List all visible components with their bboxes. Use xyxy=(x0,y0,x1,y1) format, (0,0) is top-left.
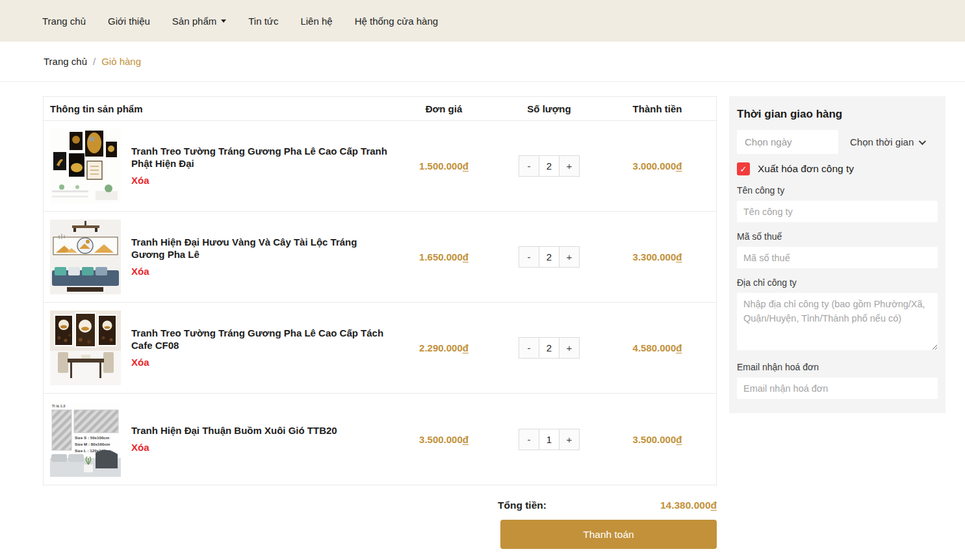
breadcrumb-separator: / xyxy=(93,56,96,67)
quantity-decrease-button[interactable]: - xyxy=(519,156,539,176)
svg-text:Tỉ lệ 1:2: Tỉ lệ 1:2 xyxy=(52,404,65,408)
quantity-stepper: - 1 + xyxy=(519,429,580,450)
header-product: Thông tin sản phẩm xyxy=(44,103,388,114)
cart-table: Thông tin sản phẩm Đơn giá Số lượng Thàn… xyxy=(43,96,717,485)
header-quantity: Số lượng xyxy=(500,103,598,114)
delete-item-link[interactable]: Xóa xyxy=(131,266,149,277)
company-address-textarea[interactable] xyxy=(737,293,938,350)
cart-row: Tỉ lệ 1:2 Size S : 50x100cm Size M : 80x… xyxy=(44,394,716,485)
nav-item-contact[interactable]: Liên hệ xyxy=(300,16,332,27)
quantity-increase-button[interactable]: + xyxy=(560,247,579,267)
unit-price: 1.650.000đ xyxy=(388,251,500,262)
line-total: 3.500.000đ xyxy=(598,434,716,445)
dong-symbol: đ xyxy=(676,160,682,172)
nav-item-store-system[interactable]: Hệ thống cửa hàng xyxy=(355,16,438,27)
cart-row: Tranh Treo Tường Tráng Gương Pha Lê Cao … xyxy=(44,121,716,212)
quantity-decrease-button[interactable]: - xyxy=(519,247,539,267)
tax-code-label: Mã số thuế xyxy=(737,231,938,242)
dong-symbol: đ xyxy=(711,500,717,511)
dong-symbol: đ xyxy=(676,434,682,445)
nav-item-about[interactable]: Giới thiệu xyxy=(108,16,150,27)
delivery-title: Thời gian giao hàng xyxy=(737,108,938,121)
header-total: Thành tiền xyxy=(598,103,716,114)
checkmark-icon: ✓ xyxy=(740,164,747,174)
cart-row: Tranh Treo Tường Tráng Gương Pha Lê Cao … xyxy=(44,303,716,394)
line-total: 3.000.000đ xyxy=(598,160,716,172)
nav-item-news[interactable]: Tin tức xyxy=(248,16,278,27)
line-total: 3.300.000đ xyxy=(598,251,716,262)
header-unit-price: Đơn giá xyxy=(388,103,500,114)
product-image-size-chart: Tỉ lệ 1:2 Size S : 50x100cm Size M : 80x… xyxy=(50,402,121,477)
product-name: Tranh Treo Tường Tráng Gương Pha Lê Cao … xyxy=(131,146,388,170)
dong-symbol: đ xyxy=(463,342,469,353)
delete-item-link[interactable]: Xóa xyxy=(131,357,149,368)
grand-total-value: 14.380.000đ xyxy=(660,500,717,511)
cart-section: Thông tin sản phẩm Đơn giá Số lượng Thàn… xyxy=(43,96,717,549)
product-image-buddha-gallery xyxy=(50,129,121,203)
chevron-down-icon xyxy=(919,137,926,144)
quantity-stepper: - 2 + xyxy=(519,246,580,268)
dong-symbol: đ xyxy=(676,251,682,262)
nav-item-products[interactable]: Sản phẩm xyxy=(172,16,226,27)
quantity-stepper: - 2 + xyxy=(519,155,580,177)
unit-price: 2.290.000đ xyxy=(388,342,500,353)
breadcrumb-current: Giỏ hàng xyxy=(101,56,141,67)
quantity-stepper: - 2 + xyxy=(519,337,580,359)
quantity-value[interactable]: 2 xyxy=(539,247,560,267)
unit-price: 1.500.000đ xyxy=(388,160,500,172)
tax-code-input[interactable] xyxy=(737,247,938,268)
invoice-email-input[interactable] xyxy=(737,377,938,399)
unit-price: 3.500.000đ xyxy=(388,434,500,445)
product-image-deer-panorama xyxy=(50,220,121,294)
company-name-input[interactable] xyxy=(737,201,938,222)
nav-item-home[interactable]: Trang chủ xyxy=(42,16,86,27)
quantity-value[interactable]: 2 xyxy=(539,338,560,358)
product-name: Tranh Treo Tường Tráng Gương Pha Lê Cao … xyxy=(131,327,388,352)
breadcrumb: Trang chủ / Giỏ hàng xyxy=(0,42,965,82)
checkbox-checked-icon[interactable]: ✓ xyxy=(737,162,750,175)
quantity-increase-button[interactable]: + xyxy=(560,429,579,450)
quantity-increase-button[interactable]: + xyxy=(560,338,579,358)
cart-row: Tranh Hiện Đại Hươu Vàng Và Cây Tài Lộc … xyxy=(44,212,716,303)
product-name: Tranh Hiện Đại Thuận Buồm Xuôi Gió TTB20 xyxy=(131,425,337,437)
invoice-email-label: Email nhận hoá đơn xyxy=(737,362,938,372)
grand-total-label: Tổng tiền: xyxy=(498,500,547,511)
checkout-button[interactable]: Thanh toán xyxy=(500,520,717,549)
dong-symbol: đ xyxy=(676,342,682,353)
quantity-increase-button[interactable]: + xyxy=(560,156,579,176)
dong-symbol: đ xyxy=(463,251,469,262)
cart-table-header: Thông tin sản phẩm Đơn giá Số lượng Thàn… xyxy=(44,97,716,121)
quantity-value[interactable]: 1 xyxy=(539,429,560,450)
quantity-decrease-button[interactable]: - xyxy=(519,429,539,450)
dong-symbol: đ xyxy=(463,160,469,172)
chevron-down-icon xyxy=(221,19,226,23)
company-address-label: Địa chỉ công ty xyxy=(737,277,938,288)
delivery-panel: Thời gian giao hàng Chọn thời gian ✓ Xuấ… xyxy=(729,96,946,413)
delivery-time-select[interactable]: Chọn thời gian xyxy=(843,130,938,154)
breadcrumb-home[interactable]: Trang chủ xyxy=(44,56,87,67)
delete-item-link[interactable]: Xóa xyxy=(131,175,149,186)
svg-text:Size S : 50x100cm: Size S : 50x100cm xyxy=(75,435,110,440)
product-image-coffee-triptych xyxy=(50,311,121,385)
company-invoice-checkbox-row[interactable]: ✓ Xuất hóa đơn công ty xyxy=(737,162,938,175)
delivery-date-input[interactable] xyxy=(737,130,838,154)
dong-symbol: đ xyxy=(463,434,469,445)
quantity-decrease-button[interactable]: - xyxy=(519,338,539,358)
cart-summary: Tổng tiền: 14.380.000đ xyxy=(498,500,717,511)
line-total: 4.580.000đ xyxy=(598,342,716,353)
top-navigation: Trang chủ Giới thiệu Sản phẩm Tin tức Li… xyxy=(0,0,965,42)
company-invoice-label: Xuất hóa đơn công ty xyxy=(758,163,854,175)
product-name: Tranh Hiện Đại Hươu Vàng Và Cây Tài Lộc … xyxy=(131,236,388,261)
delete-item-link[interactable]: Xóa xyxy=(131,442,149,453)
svg-text:Size M : 80x160cm: Size M : 80x160cm xyxy=(75,442,110,446)
company-name-label: Tên công ty xyxy=(737,185,938,196)
quantity-value[interactable]: 2 xyxy=(539,156,560,176)
